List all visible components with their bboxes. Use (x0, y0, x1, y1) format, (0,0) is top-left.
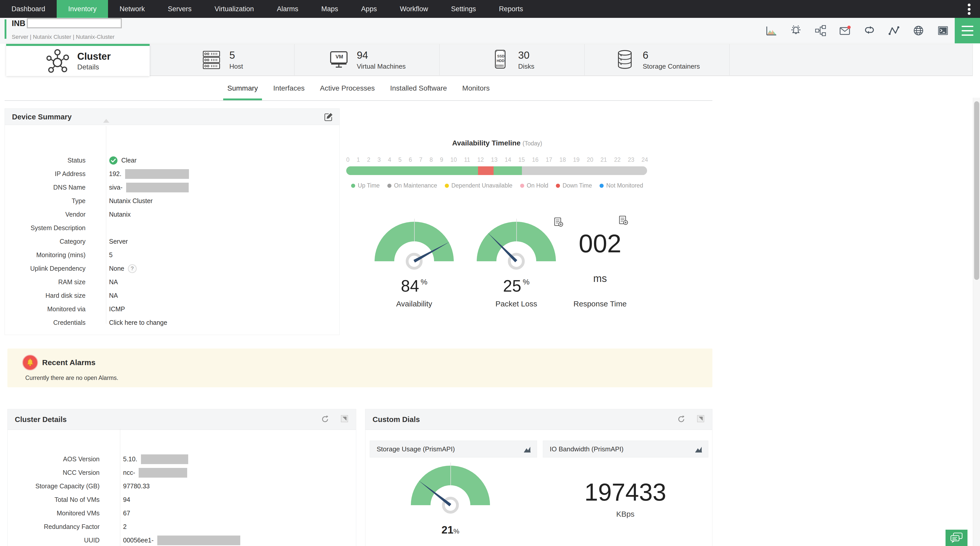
field-row-uuid: UUID00056ee1- (8, 533, 356, 546)
field-row-monitored-via: Monitored viaICMP (5, 302, 339, 316)
card-filler (730, 44, 973, 76)
field-label: DNS Name (5, 184, 96, 191)
field-value: Nutanix (96, 211, 131, 218)
card-count: 6 (643, 49, 700, 61)
nav-item-network[interactable]: Network (108, 0, 156, 18)
device-summary-fields: StatusClearIP Address192.DNS Namesiva-Ty… (5, 125, 339, 329)
dial-title: IO Bandwidth (PrismAPI) (550, 441, 624, 457)
nav-item-inventory[interactable]: Inventory (57, 0, 108, 18)
field-row-storage-capacity-gb: Storage Capacity (GB)97780.33 (8, 479, 356, 493)
tab-monitors[interactable]: Monitors (455, 76, 497, 100)
response-time-value: 002 (559, 229, 641, 258)
timeline-title: Availability Timeline(Today) (345, 139, 649, 147)
panel-title: Custom Dials (372, 409, 420, 430)
storage-usage-gauge (408, 466, 493, 506)
expand-icon[interactable] (697, 415, 706, 424)
field-row-total-no-of-vms: Total No of VMs94 (8, 493, 356, 506)
field-value[interactable]: Click here to change (96, 319, 167, 326)
hour-label: 0 (346, 156, 350, 163)
device-name-redaction (27, 18, 122, 28)
hour-label: 3 (377, 156, 381, 163)
card-virtual-machines[interactable]: VM 94 Virtual Machines (295, 44, 440, 76)
nav-item-workflow[interactable]: Workflow (388, 0, 440, 18)
nav-item-maps[interactable]: Maps (310, 0, 350, 18)
kebab-menu-icon[interactable] (967, 3, 971, 15)
entity-cards-row: Cluster Details 5 Host VM 94 Virtual Mac… (6, 44, 973, 76)
redaction-box (125, 169, 189, 179)
device-header: INB Server | Nutanix Cluster | Nutanix-C… (0, 18, 980, 43)
nav-item-settings[interactable]: Settings (439, 0, 487, 18)
scrollbar-thumb[interactable] (974, 101, 979, 280)
panel-title: Device Summary (12, 109, 72, 125)
nav-item-virtualization[interactable]: Virtualization (203, 0, 265, 18)
nav-item-servers[interactable]: Servers (156, 0, 203, 18)
edit-icon[interactable] (324, 112, 333, 121)
timeline-segment-up-time (493, 167, 522, 175)
legend-dot (387, 184, 391, 188)
field-label: Category (5, 238, 96, 245)
hour-label: 6 (409, 156, 412, 163)
field-label: Monitoring (mins) (5, 251, 96, 259)
card-cluster-details[interactable]: Cluster Details (6, 44, 150, 76)
svg-text:VM: VM (336, 54, 343, 59)
tab-summary[interactable]: Summary (220, 76, 266, 100)
mail-icon[interactable] (839, 25, 851, 37)
legend-item-not-monitored: Not Monitored (600, 182, 643, 189)
field-row-monitoring-mins: Monitoring (mins)5 (5, 248, 339, 262)
card-label: Virtual Machines (357, 62, 406, 70)
storage-usage-dial-header: Storage Usage (PrismAPI) (370, 441, 537, 457)
field-row-dns-name: DNS Namesiva- (5, 181, 339, 194)
response-time-report-icon[interactable] (618, 215, 628, 226)
response-pulse-icon[interactable] (888, 25, 900, 37)
web-globe-icon[interactable] (913, 25, 924, 37)
field-value: 00056ee1- (110, 535, 240, 545)
rediscover-loop-icon[interactable] (864, 25, 875, 37)
field-row-status: StatusClear (5, 154, 339, 167)
field-value: Clear (96, 156, 137, 165)
scrollbar-track[interactable] (973, 98, 980, 546)
chat-widget-button[interactable] (945, 530, 967, 546)
accent-bar (5, 19, 6, 39)
tab-interfaces[interactable]: Interfaces (266, 76, 312, 100)
hour-label: 21 (600, 156, 607, 163)
chart-icon[interactable] (694, 445, 703, 454)
field-value: None? (96, 264, 137, 273)
field-label: System Description (5, 224, 96, 232)
nav-item-dashboard[interactable]: Dashboard (0, 0, 57, 18)
tab-active-processes[interactable]: Active Processes (312, 76, 382, 100)
nav-item-apps[interactable]: Apps (350, 0, 388, 18)
tab-installed-software[interactable]: Installed Software (382, 76, 455, 100)
legend-item-on-maintenance: On Maintenance (387, 182, 437, 189)
nav-item-reports[interactable]: Reports (487, 0, 535, 18)
hour-label: 24 (641, 156, 648, 163)
redaction-box (141, 454, 188, 464)
timeline-segment-down-time (478, 167, 493, 175)
help-badge[interactable]: ? (128, 264, 137, 273)
card-storage-containers[interactable]: 6 Storage Containers (585, 44, 730, 76)
terminal-icon[interactable] (937, 25, 949, 37)
field-value: 5.10. (110, 454, 188, 464)
hour-label: 17 (546, 156, 552, 163)
hour-label: 2 (367, 156, 371, 163)
redaction-box (157, 535, 240, 545)
card-disks[interactable]: SSDHDD 30 Disks (440, 44, 585, 76)
hamburger-menu-button[interactable] (955, 18, 980, 43)
card-host[interactable]: 5 Host (150, 44, 295, 76)
field-value: Server (96, 238, 128, 245)
nav-item-alarms[interactable]: Alarms (265, 0, 310, 18)
field-row-system-description: System Description (5, 221, 339, 235)
chart-icon[interactable] (523, 445, 531, 454)
workflow-icon[interactable] (815, 25, 826, 37)
alarm-notification-icon[interactable] (790, 25, 802, 37)
performance-graph-icon[interactable] (765, 25, 777, 37)
timeline-bar (346, 167, 647, 175)
field-value: NA (96, 292, 118, 299)
field-value: NA (96, 278, 118, 286)
svg-text:HDD: HDD (496, 59, 504, 63)
refresh-icon[interactable] (677, 415, 686, 424)
alarm-bell-icon (22, 355, 38, 370)
host-icon (201, 49, 222, 71)
packet-loss-report-icon[interactable] (553, 217, 564, 228)
expand-icon[interactable] (340, 415, 350, 424)
refresh-icon[interactable] (321, 415, 330, 424)
